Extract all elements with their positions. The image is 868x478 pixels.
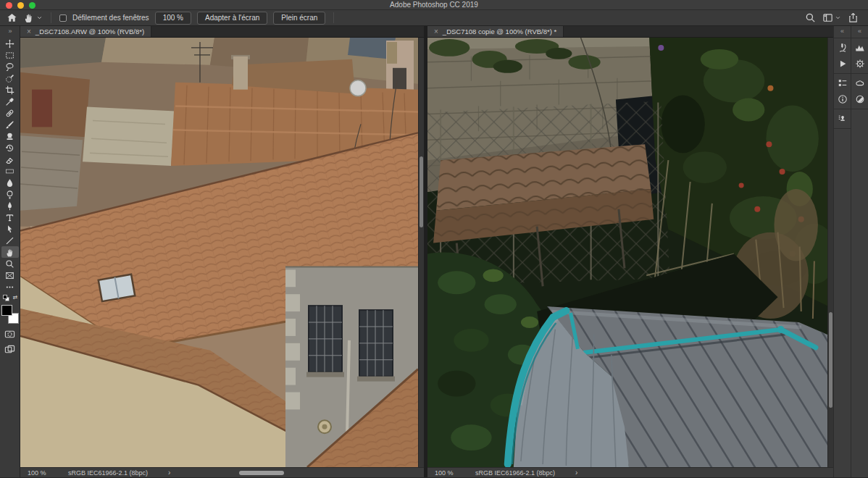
- histogram-icon: [855, 43, 865, 53]
- panel-navigator-button[interactable]: [852, 56, 868, 70]
- fullscreen-window-button[interactable]: [29, 2, 36, 9]
- foreground-color-swatch[interactable]: [1, 305, 12, 316]
- blur-icon: [5, 178, 14, 188]
- photo-canvas-left[interactable]: [20, 38, 418, 467]
- brush-tool[interactable]: [1, 119, 19, 130]
- zoom-tool[interactable]: [1, 258, 19, 269]
- panel-group: [834, 38, 851, 73]
- fill-screen-button[interactable]: Plein écran: [273, 12, 325, 25]
- tool-preset-picker[interactable]: [23, 12, 43, 23]
- frame-icon: [5, 271, 14, 280]
- toolbar-collapse-button[interactable]: »: [0, 26, 20, 38]
- line-tool[interactable]: [1, 235, 19, 246]
- tab-strip: × _DSC7108 copie @ 100% (RVB/8*) *: [427, 26, 833, 38]
- panel-info-button[interactable]: [835, 92, 851, 106]
- lasso-tool[interactable]: [1, 61, 19, 72]
- default-foreground-icon: [3, 295, 7, 299]
- scroll-all-windows-checkbox[interactable]: [59, 14, 67, 22]
- navigator-icon: [855, 59, 865, 69]
- workspace-switcher[interactable]: [822, 12, 841, 23]
- search-icon[interactable]: [805, 12, 816, 23]
- default-colors-control[interactable]: ⇄: [2, 295, 18, 303]
- edit-toolbar-button[interactable]: [1, 281, 19, 293]
- home-icon[interactable]: [7, 12, 17, 23]
- document-tab[interactable]: × _DSC7108 copie @ 100% (RVB/8*) *: [427, 26, 564, 37]
- hand-tool[interactable]: [1, 246, 19, 258]
- line-icon: [5, 236, 14, 246]
- panel-layer-comps-button[interactable]: [835, 76, 851, 90]
- hand-icon: [5, 248, 14, 257]
- clone-source-icon: [838, 114, 848, 124]
- hand-tool-icon: [23, 12, 34, 23]
- panel-histogram-button[interactable]: [852, 41, 868, 54]
- tab-title: _DSC7108 copie @ 100% (RVB/8*) *: [443, 28, 556, 35]
- blur-tool[interactable]: [1, 177, 19, 188]
- color-swatches: [1, 305, 19, 324]
- vertical-scrollbar[interactable]: [418, 38, 424, 467]
- frame-tool[interactable]: [1, 269, 19, 281]
- status-bar: 100 % sRGB IEC61966-2.1 (8bpc) ›: [427, 467, 833, 477]
- type-tool[interactable]: [1, 211, 19, 223]
- quick-selection-tool[interactable]: [1, 72, 19, 84]
- options-bar: Défilement des fenêtres 100 % Adapter à …: [0, 10, 868, 26]
- pen-icon: [5, 201, 14, 211]
- gradient-tool[interactable]: [1, 165, 19, 177]
- dodge-tool[interactable]: [1, 188, 19, 200]
- eyedropper-tool[interactable]: [1, 96, 19, 107]
- document-tab[interactable]: × _DSC7108.ARW @ 100% (RVB/8*): [20, 26, 151, 37]
- eraser-tool[interactable]: [1, 154, 19, 165]
- zoom-100-button[interactable]: 100 %: [155, 12, 191, 25]
- vertical-scrollbar-thumb[interactable]: [829, 312, 832, 408]
- panel-brush-settings-button[interactable]: [835, 41, 851, 54]
- eyedropper-icon: [5, 97, 14, 106]
- marquee-tool[interactable]: [1, 49, 19, 61]
- quick-mask-button[interactable]: [4, 329, 16, 340]
- share-icon[interactable]: [848, 12, 859, 23]
- panel-actions-button[interactable]: [835, 56, 851, 70]
- panel-group: [851, 73, 868, 109]
- brush-icon: [5, 120, 14, 130]
- healing-brush-tool[interactable]: [1, 107, 19, 119]
- path-selection-tool[interactable]: [1, 223, 19, 235]
- close-tab-icon[interactable]: ×: [27, 28, 31, 35]
- type-icon: [5, 213, 14, 222]
- dock-collapse-button[interactable]: «: [834, 26, 851, 38]
- move-tool[interactable]: [1, 38, 19, 49]
- fit-screen-button[interactable]: Adapter à l'écran: [197, 12, 267, 25]
- healing-icon: [5, 109, 14, 118]
- swap-colors-icon[interactable]: ⇄: [13, 294, 18, 301]
- zoom-level-field[interactable]: 100 %: [427, 469, 465, 477]
- lasso-icon: [5, 62, 14, 72]
- pen-tool[interactable]: [1, 200, 19, 211]
- gradient-icon: [5, 167, 14, 176]
- marquee-icon: [5, 51, 14, 60]
- panel-clone-source-button[interactable]: [835, 112, 851, 125]
- zoomglass-icon: [5, 259, 14, 269]
- dodge-icon: [5, 190, 14, 199]
- panel-adjustments-button[interactable]: [852, 92, 868, 106]
- close-tab-icon[interactable]: ×: [434, 28, 438, 35]
- history-brush-tool[interactable]: [1, 142, 19, 154]
- dock-collapse-button[interactable]: «: [851, 26, 868, 38]
- layer-comps-icon: [838, 78, 848, 88]
- photo-canvas-right[interactable]: [427, 38, 827, 467]
- panel-libraries-button[interactable]: [852, 76, 868, 90]
- horizontal-scrollbar-thumb[interactable]: [239, 471, 284, 475]
- status-menu-button[interactable]: ›: [575, 469, 577, 477]
- crop-tool[interactable]: [1, 84, 19, 96]
- clone-stamp-tool[interactable]: [1, 130, 19, 142]
- chevron-down-icon: [835, 14, 841, 21]
- vertical-scrollbar-thumb[interactable]: [420, 156, 423, 227]
- screen-mode-button[interactable]: [4, 344, 16, 355]
- info-icon: [838, 94, 848, 104]
- dock-column-2: «: [851, 26, 868, 477]
- zoom-level-field[interactable]: 100 %: [20, 469, 58, 477]
- status-menu-button[interactable]: ›: [168, 469, 170, 477]
- crop-icon: [5, 85, 14, 95]
- minimize-window-button[interactable]: [17, 2, 24, 9]
- vertical-scrollbar[interactable]: [827, 38, 833, 467]
- adjustments-icon: [855, 94, 865, 104]
- color-profile-status: sRGB IEC61966-2.1 (8bpc): [475, 469, 555, 477]
- workspace-icon: [822, 12, 833, 23]
- close-window-button[interactable]: [6, 2, 12, 9]
